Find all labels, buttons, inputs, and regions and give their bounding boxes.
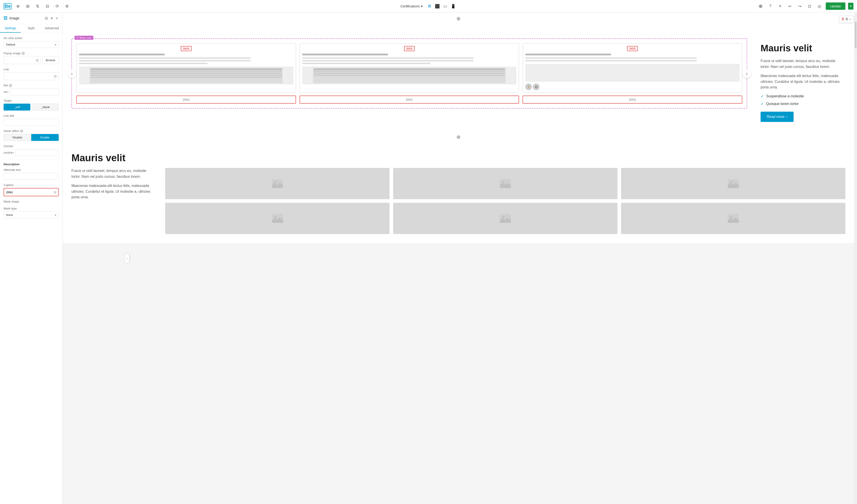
history-icon[interactable]: ⟳ [54,3,61,10]
slider-container: ↻ Wrap Loop ‹ SGS [71,38,747,108]
device-tablet-v-icon[interactable]: ▭ [442,3,448,10]
update-dropdown-arrow[interactable]: ▾ [848,3,853,10]
link-db-icon[interactable]: ⊞ [52,72,58,80]
certifications-dropdown[interactable]: Certifications ▾ [401,4,423,8]
undo-icon[interactable]: ↩ [787,3,794,10]
scrollbar-thumb[interactable] [855,21,857,48]
caption-input-wrapper: {title} ⊞ [4,188,59,196]
doc-table [79,67,293,84]
device-icons: 🖥 ⬛ ▭ 📱 [426,3,456,10]
doc-line [525,60,697,62]
translation-lang: 英 [845,17,848,21]
doc-line [79,54,165,55]
cert-image-3: SGS 🏅 🔲 [523,43,742,93]
doc-line [79,63,207,64]
panel-view-icon[interactable]: ⊟ [44,15,49,21]
onclick-input[interactable] [15,149,59,156]
layers-icon[interactable]: ≡ [777,3,784,10]
scroll-dot-middle [63,131,854,144]
rel-input[interactable] [10,88,59,95]
panel-title: Image [10,16,42,20]
onclick-label: Onclick [4,145,59,148]
doc-line [79,60,251,62]
collapse-icon: ‹ [127,256,128,260]
link-title-label: Link title [4,114,59,117]
popup-image-input[interactable] [4,57,34,63]
sgs-badge-2: SGS [404,46,415,51]
link-title-section: Link title [4,114,59,126]
doc-line [79,57,251,59]
slider-next-button[interactable]: › [742,69,751,78]
preview-icon[interactable]: ◎ [816,3,823,10]
popup-info-icon[interactable]: i [22,52,25,55]
tab-style[interactable]: Style [21,24,41,33]
cert-logos: 🏅 🔲 [525,84,540,90]
onclick-prefix: onclick= [4,151,14,154]
mask-type-select[interactable]: None [4,212,59,218]
link-title-input[interactable] [4,119,59,126]
doc-line [525,54,611,55]
settings-icon[interactable]: ⚙ [63,3,70,10]
help-icon[interactable]: ? [767,3,774,10]
slider-section: ↻ Wrap Loop ‹ SGS [63,25,854,131]
redo-icon[interactable]: ↪ [796,3,803,10]
layout-icon[interactable]: ⊞ [24,3,31,10]
device-tablet-h-icon[interactable]: ⬛ [434,3,441,10]
caption-label: Caption [4,183,59,187]
grid-image-5 [393,203,618,234]
on-click-select[interactable]: Default [4,41,59,48]
tab-advanced[interactable]: Advanced [41,24,62,33]
next-arrow-icon: › [746,71,747,76]
on-click-select-wrapper: Default [4,41,59,48]
rel-row: rel= [4,88,59,95]
hover-info-icon[interactable]: i [20,130,23,133]
doc-line [525,57,697,59]
add-element-icon[interactable]: ⊕ [14,3,21,10]
popup-image-input-wrapper: ⊞ [4,56,40,64]
hover-disable-button[interactable]: Disable [4,134,31,141]
scroll-indicator-middle [457,135,460,139]
mask-type-label: Mask type [4,207,59,210]
translation-widget[interactable]: S 英 ▸ [839,16,853,23]
panel-content: On click action Default Popup image i ⊞ [0,33,62,504]
caption-db-icon[interactable]: ⊞ [52,188,58,196]
device-desktop-icon[interactable]: 🖥 [426,3,432,10]
alternate-text-label: Alternate text [4,168,59,171]
svg-point-9 [502,216,505,218]
checklist: ✓ Suspendisse a molestie ✓ Quisque lorem… [760,94,845,106]
panel-more-icon[interactable]: ▾ [50,15,54,21]
rel-info-icon[interactable]: i [9,84,12,87]
hover-enable-button[interactable]: Enable [31,134,59,141]
read-more-button[interactable]: Read more › [760,112,794,122]
browse-button[interactable]: Browse [43,56,59,64]
caption-input[interactable]: {title} [4,189,52,196]
collapse-panel-button[interactable]: ‹ [125,254,130,263]
tab-settings[interactable]: Settings [0,24,21,33]
save-icon[interactable]: ⊡ [806,3,813,10]
bottom-section: Mauris velit Fusce ut velit laoreet, tem… [63,144,854,243]
popup-image-section: Popup image i ⊞ Browse [4,52,59,64]
update-button[interactable]: Update [826,2,845,10]
be-logo[interactable]: Be [4,3,12,10]
swap-icon[interactable]: ⇅ [34,3,41,10]
wordpress-icon[interactable]: ⊕ [757,3,764,10]
grid-image-4 [165,203,389,234]
caption-section: Caption {title} ⊞ [4,183,59,196]
target-self-button[interactable]: _self [4,104,30,111]
link-input[interactable] [4,73,52,80]
target-blank-button[interactable]: _blank [32,104,59,111]
device-mobile-icon[interactable]: 📱 [450,3,456,10]
hover-effect-label: Hover effect i [4,129,59,133]
panel-close-icon[interactable]: × [55,15,59,21]
caption-cell-2: {title} [300,96,519,104]
alternate-text-input[interactable] [4,173,59,180]
popup-db-icon[interactable]: ⊞ [34,56,40,64]
certifications-label: Certifications [401,4,420,8]
translation-icon: S [842,17,844,21]
chevron-down-icon: ▾ [421,4,423,8]
right-scrollbar[interactable] [854,13,857,504]
columns-icon[interactable]: ⊟ [44,3,51,10]
link-input-wrapper: ⊞ [4,72,59,80]
slider-prev-button[interactable]: ‹ [67,69,76,78]
onclick-row: onclick= [4,149,59,156]
